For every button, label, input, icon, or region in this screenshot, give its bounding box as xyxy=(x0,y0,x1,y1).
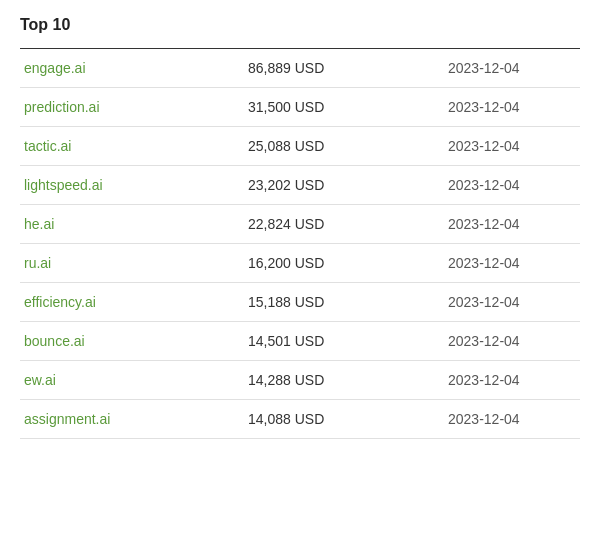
date: 2023-12-04 xyxy=(440,361,580,400)
date: 2023-12-04 xyxy=(440,127,580,166)
domain-name[interactable]: prediction.ai xyxy=(20,88,240,127)
amount: 25,088 USD xyxy=(240,127,440,166)
amount: 14,501 USD xyxy=(240,322,440,361)
table-row: lightspeed.ai23,202 USD2023-12-04 xyxy=(20,166,580,205)
date: 2023-12-04 xyxy=(440,205,580,244)
table-row: tactic.ai25,088 USD2023-12-04 xyxy=(20,127,580,166)
domain-name[interactable]: bounce.ai xyxy=(20,322,240,361)
table-row: ew.ai14,288 USD2023-12-04 xyxy=(20,361,580,400)
amount: 15,188 USD xyxy=(240,283,440,322)
date: 2023-12-04 xyxy=(440,322,580,361)
domain-name[interactable]: tactic.ai xyxy=(20,127,240,166)
amount: 14,288 USD xyxy=(240,361,440,400)
table-row: engage.ai86,889 USD2023-12-04 xyxy=(20,49,580,88)
domain-name[interactable]: lightspeed.ai xyxy=(20,166,240,205)
domain-name[interactable]: engage.ai xyxy=(20,49,240,88)
amount: 23,202 USD xyxy=(240,166,440,205)
amount: 14,088 USD xyxy=(240,400,440,439)
date: 2023-12-04 xyxy=(440,88,580,127)
table-row: he.ai22,824 USD2023-12-04 xyxy=(20,205,580,244)
amount: 31,500 USD xyxy=(240,88,440,127)
date: 2023-12-04 xyxy=(440,283,580,322)
table-row: efficiency.ai15,188 USD2023-12-04 xyxy=(20,283,580,322)
domain-name[interactable]: ew.ai xyxy=(20,361,240,400)
amount: 86,889 USD xyxy=(240,49,440,88)
amount: 22,824 USD xyxy=(240,205,440,244)
domain-name[interactable]: he.ai xyxy=(20,205,240,244)
table-row: prediction.ai31,500 USD2023-12-04 xyxy=(20,88,580,127)
top10-table: engage.ai86,889 USD2023-12-04prediction.… xyxy=(20,49,580,439)
table-row: bounce.ai14,501 USD2023-12-04 xyxy=(20,322,580,361)
amount: 16,200 USD xyxy=(240,244,440,283)
domain-name[interactable]: ru.ai xyxy=(20,244,240,283)
date: 2023-12-04 xyxy=(440,49,580,88)
domain-name[interactable]: assignment.ai xyxy=(20,400,240,439)
domain-name[interactable]: efficiency.ai xyxy=(20,283,240,322)
page-title: Top 10 xyxy=(20,16,580,34)
table-row: ru.ai16,200 USD2023-12-04 xyxy=(20,244,580,283)
date: 2023-12-04 xyxy=(440,166,580,205)
table-row: assignment.ai14,088 USD2023-12-04 xyxy=(20,400,580,439)
date: 2023-12-04 xyxy=(440,400,580,439)
date: 2023-12-04 xyxy=(440,244,580,283)
